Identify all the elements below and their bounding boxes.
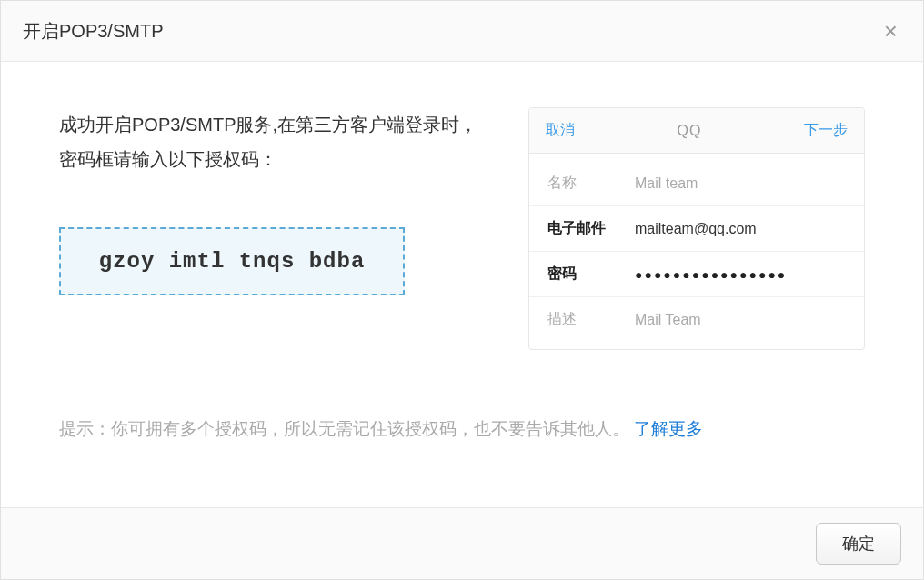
desc-label: 描述: [547, 310, 635, 329]
description-text: 成功开启POP3/SMTP服务,在第三方客户端登录时，密码框请输入以下授权码：: [59, 107, 485, 176]
dialog-footer: 确定: [1, 507, 923, 579]
learn-more-link[interactable]: 了解更多: [634, 419, 703, 438]
close-icon[interactable]: ×: [880, 15, 901, 46]
preview-cancel-button[interactable]: 取消: [546, 121, 575, 140]
preview-title: QQ: [678, 123, 702, 139]
hint-row: 提示：你可拥有多个授权码，所以无需记住该授权码，也不要告诉其他人。 了解更多: [59, 415, 865, 443]
preview-row-desc: 描述 Mail Team: [529, 296, 864, 342]
password-value: ●●●●●●●●●●●●●●●●: [635, 267, 787, 282]
preview-rows: 名称 Mail team 电子邮件 mailteam@qq.com 密码 ●●●…: [529, 154, 864, 349]
dialog-body: 成功开启POP3/SMTP服务,在第三方客户端登录时，密码框请输入以下授权码： …: [1, 62, 923, 507]
dialog: 开启POP3/SMTP × 成功开启POP3/SMTP服务,在第三方客户端登录时…: [0, 0, 924, 580]
preview-row-email: 电子邮件 mailteam@qq.com: [529, 205, 864, 251]
desc-value: Mail Team: [635, 312, 701, 328]
dialog-header: 开启POP3/SMTP ×: [1, 1, 923, 62]
hint-text: 提示：你可拥有多个授权码，所以无需记住该授权码，也不要告诉其他人。: [59, 419, 629, 438]
email-label: 电子邮件: [547, 219, 635, 238]
dialog-title: 开启POP3/SMTP: [23, 19, 163, 44]
auth-code: gzoy imtl tnqs bdba: [79, 249, 385, 274]
auth-code-box: gzoy imtl tnqs bdba: [59, 227, 405, 295]
preview-row-password: 密码 ●●●●●●●●●●●●●●●●: [529, 251, 864, 296]
preview-header: 取消 QQ 下一步: [529, 108, 864, 154]
right-column: 取消 QQ 下一步 名称 Mail team 电子邮件 mailteam@qq.…: [528, 107, 865, 350]
left-column: 成功开启POP3/SMTP服务,在第三方客户端登录时，密码框请输入以下授权码： …: [59, 107, 485, 295]
preview-row-name: 名称 Mail team: [529, 161, 864, 205]
name-label: 名称: [547, 174, 635, 193]
email-value: mailteam@qq.com: [635, 221, 757, 237]
content-row: 成功开启POP3/SMTP服务,在第三方客户端登录时，密码框请输入以下授权码： …: [59, 107, 865, 350]
confirm-button[interactable]: 确定: [816, 523, 901, 565]
password-label: 密码: [547, 265, 635, 284]
preview-next-button[interactable]: 下一步: [804, 121, 848, 140]
preview-card: 取消 QQ 下一步 名称 Mail team 电子邮件 mailteam@qq.…: [528, 107, 865, 350]
name-value: Mail team: [635, 175, 698, 192]
